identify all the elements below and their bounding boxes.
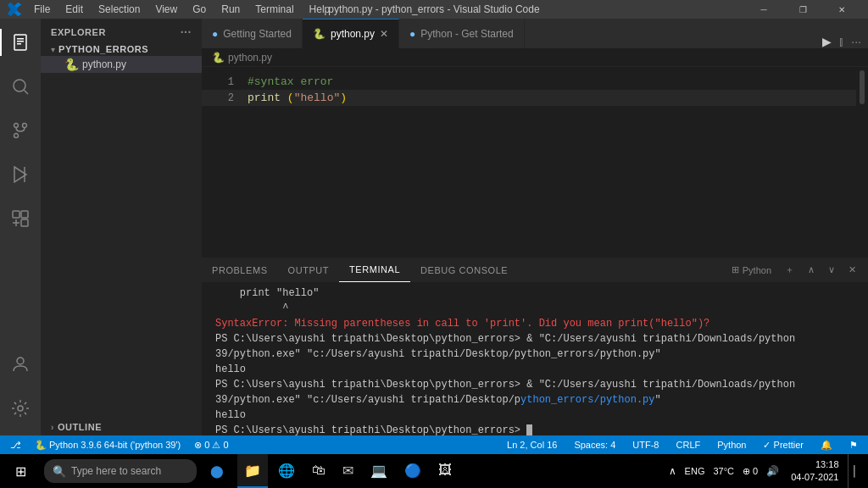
- taskbar-volume[interactable]: 🔊: [763, 454, 782, 488]
- statusbar-language[interactable]: Python: [714, 435, 749, 454]
- terminal-line-6: PS C:\Users\ayushi tripathi\Desktop\pyth…: [215, 377, 854, 408]
- tab-getting-started[interactable]: ● Getting Started: [202, 19, 303, 48]
- svg-point-8: [14, 124, 19, 128]
- taskbar-chevron[interactable]: ∧: [665, 454, 680, 488]
- panel-python-label[interactable]: ⊞ Python: [726, 263, 776, 277]
- menu-go[interactable]: Go: [186, 2, 213, 17]
- taskbar-vscode-btn[interactable]: 💻: [364, 454, 394, 488]
- panel-tab-terminal[interactable]: TERMINAL: [339, 258, 410, 282]
- statusbar-prettier[interactable]: ✓ Prettier: [760, 435, 807, 454]
- taskbar-chrome-icon: 🔵: [404, 463, 421, 479]
- code-content-2: print ("hello"): [248, 92, 347, 104]
- explorer-activity-icon[interactable]: [0, 22, 41, 63]
- taskbar-network[interactable]: ⊕ 0: [739, 454, 761, 488]
- source-control-activity-icon[interactable]: [0, 110, 41, 151]
- statusbar-feedback[interactable]: ⚑: [846, 435, 861, 454]
- terminal-content[interactable]: print "hello" ^ SyntaxError: Missing par…: [202, 282, 868, 435]
- errors-icon: ⊗: [194, 440, 202, 451]
- minimize-button[interactable]: ─: [744, 0, 783, 19]
- taskbar-show-desktop[interactable]: │: [848, 454, 862, 488]
- taskbar-mail-btn[interactable]: ✉: [336, 454, 360, 488]
- svg-point-7: [23, 124, 27, 128]
- close-button[interactable]: ✕: [822, 0, 861, 19]
- windows-start-button[interactable]: ⊞: [3, 454, 37, 488]
- more-actions-icon[interactable]: ···: [851, 35, 861, 48]
- sidebar-title: Explorer: [51, 27, 106, 37]
- taskbar-store-btn[interactable]: 🛍: [305, 454, 332, 488]
- extensions-activity-icon[interactable]: [0, 198, 41, 239]
- tab-py-icon: 🐍: [313, 28, 326, 40]
- menu-terminal[interactable]: Terminal: [248, 2, 300, 17]
- taskbar-edge-icon: 🌐: [278, 463, 295, 479]
- taskbar-search-box[interactable]: 🔍 Type here to search: [44, 459, 197, 483]
- taskbar-temp[interactable]: 37°C: [709, 454, 737, 488]
- remote-icon: ⎇: [10, 440, 21, 451]
- account-activity-icon[interactable]: [0, 344, 41, 385]
- taskbar: ⊞ 🔍 Type here to search ⬤ 📁 🌐 🛍 ✉ 💻 🔵 🖼 …: [0, 454, 868, 488]
- statusbar-spaces[interactable]: Spaces: 4: [570, 435, 619, 454]
- folder-arrow-icon: ▾: [51, 45, 55, 54]
- main-container: Explorer ··· ▾ PYTHON_ERRORS 🐍 python.py…: [0, 19, 868, 435]
- tab-python-py[interactable]: 🐍 python.py ✕: [303, 19, 399, 48]
- line-num-1: 1: [209, 76, 234, 88]
- statusbar-encoding[interactable]: UTF-8: [629, 435, 662, 454]
- svg-rect-2: [17, 41, 24, 42]
- sidebar-more-button[interactable]: ···: [181, 25, 192, 39]
- settings-activity-icon[interactable]: [0, 388, 41, 429]
- titlebar: File Edit Selection View Go Run Terminal…: [0, 0, 868, 19]
- panel-tab-output[interactable]: OUTPUT: [278, 258, 340, 282]
- terminal-panel: PROBLEMS OUTPUT TERMINAL DEBUG CONSOLE ⊞…: [202, 258, 868, 435]
- menu-view[interactable]: View: [148, 2, 184, 17]
- sidebar-folder[interactable]: ▾ PYTHON_ERRORS: [41, 42, 202, 56]
- run-activity-icon[interactable]: [0, 154, 41, 195]
- statusbar-bell[interactable]: 🔔: [817, 435, 836, 454]
- statusbar-errors[interactable]: ⊗ 0 ⚠ 0: [191, 435, 231, 454]
- statusbar-ln-col[interactable]: Ln 2, Col 16: [504, 435, 560, 454]
- outline-section[interactable]: › OUTLINE: [41, 419, 202, 435]
- menu-run[interactable]: Run: [214, 2, 247, 17]
- sidebar-file-item[interactable]: 🐍 python.py: [41, 56, 202, 73]
- panel-chevron-down[interactable]: ∨: [823, 263, 840, 277]
- editor-scrollbar[interactable]: [856, 67, 868, 258]
- search-activity-icon[interactable]: [0, 66, 41, 107]
- titlebar-left: File Edit Selection View Go Run Terminal…: [7, 2, 337, 17]
- breadcrumb-text[interactable]: python.py: [228, 52, 272, 64]
- panel-tab-debug[interactable]: DEBUG CONSOLE: [410, 258, 518, 282]
- svg-point-15: [18, 406, 23, 411]
- run-code-icon[interactable]: ▶: [822, 35, 832, 48]
- tab-python-getstarted[interactable]: ● Python - Get Started: [399, 19, 525, 48]
- editor-area: ● Getting Started 🐍 python.py ✕ ● Python…: [202, 19, 868, 435]
- split-editor-icon[interactable]: ⫿: [838, 35, 844, 48]
- statusbar-python-version[interactable]: 🐍 Python 3.9.6 64-bit ('python 39'): [31, 435, 184, 454]
- statusbar: ⎇ 🐍 Python 3.9.6 64-bit ('python 39') ⊗ …: [0, 435, 868, 454]
- menu-file[interactable]: File: [27, 2, 57, 17]
- taskbar-keyboard[interactable]: ENG: [682, 454, 709, 488]
- maximize-button[interactable]: ❐: [783, 0, 822, 19]
- panel-tab-problems[interactable]: PROBLEMS: [202, 258, 278, 282]
- taskbar-clock[interactable]: 13:18 04-07-2021: [784, 458, 845, 485]
- window-title: python.py - python_errors - Visual Studi…: [328, 3, 539, 15]
- code-line-2: 2 print ("hello"): [202, 90, 868, 106]
- tab-py-close[interactable]: ✕: [380, 28, 388, 40]
- taskbar-cortana[interactable]: ⬤: [200, 454, 234, 488]
- svg-rect-3: [17, 43, 21, 45]
- panel-python-text: Python: [743, 265, 771, 275]
- taskbar-photos-btn[interactable]: 🖼: [431, 454, 459, 488]
- panel-close[interactable]: ✕: [843, 263, 861, 277]
- svg-line-5: [25, 91, 29, 95]
- taskbar-edge-btn[interactable]: 🌐: [271, 454, 302, 488]
- menu-selection[interactable]: Selection: [92, 2, 147, 17]
- menu-edit[interactable]: Edit: [58, 2, 90, 17]
- code-print-fn: print: [248, 92, 281, 104]
- panel-python-icon: ⊞: [732, 264, 739, 275]
- statusbar-eol[interactable]: CRLF: [673, 435, 704, 454]
- taskbar-explorer-btn[interactable]: 📁: [237, 454, 268, 488]
- panel-add-terminal[interactable]: ＋: [780, 262, 799, 278]
- tab-pgs-label: Python - Get Started: [420, 28, 513, 40]
- sidebar: Explorer ··· ▾ PYTHON_ERRORS 🐍 python.py…: [41, 19, 202, 435]
- code-editor[interactable]: 1 #syntax error 2 print ("hello"): [202, 67, 868, 258]
- statusbar-right: Ln 2, Col 16 Spaces: 4 UTF-8 CRLF Python…: [504, 435, 861, 454]
- panel-chevron-up[interactable]: ∧: [803, 263, 820, 277]
- taskbar-chrome-btn[interactable]: 🔵: [398, 454, 428, 488]
- statusbar-remote-icon[interactable]: ⎇: [7, 435, 25, 454]
